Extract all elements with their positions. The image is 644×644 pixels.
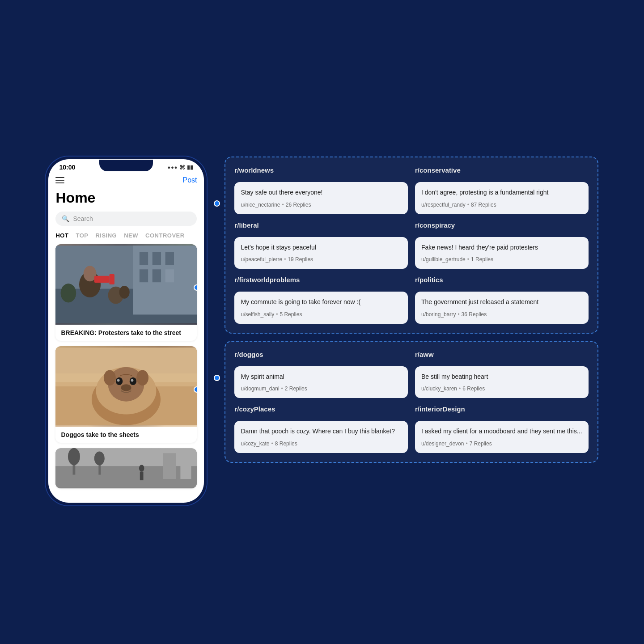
subreddit-cozyplaces: r/cozyPlaces Damn that pooch is cozy. Wh… [234,405,408,453]
comment-meta: u/gullible_gertrude • 1 Replies [421,256,582,263]
phone-notch [95,159,157,172]
subreddit-label: r/conservative [415,166,589,174]
username: u/cozy_kate [241,441,269,447]
comment-card: My spirit animal u/dogmum_dani • 2 Repli… [234,366,408,398]
comment-text: Damn that pooch is cozy. Where can I buy… [241,427,402,436]
svg-rect-3 [140,252,148,265]
tab-top[interactable]: TOP [76,232,88,239]
comment-meta: u/designer_devon • 7 Replies [421,441,582,447]
svg-point-27 [104,370,116,386]
comment-card: I asked my client for a moodboard and th… [415,421,589,453]
comment-meta: u/nice_nectarine • 26 Replies [241,202,402,208]
panel-grid-2: r/doggos My spirit animal u/dogmum_dani … [234,351,588,453]
comment-card: Fake news! I heard they're paid proteste… [415,237,589,269]
svg-point-26 [121,384,131,391]
svg-point-15 [119,286,130,299]
subreddit-liberal: r/liberal Let's hope it stays peaceful u… [234,221,408,269]
subreddit-worldnews: r/worldnews Stay safe out there everyone… [234,166,408,214]
post1-dot [194,284,197,291]
connector-dot-2 [214,375,220,381]
svg-point-25 [131,379,134,382]
post-card-protesters[interactable]: BREAKING: Protesters take to the street [55,244,197,341]
comment-card: The government just released a statement… [415,292,589,324]
svg-rect-6 [140,269,148,282]
comment-meta: u/selfish_sally • 5 Replies [241,311,402,318]
svg-point-35 [139,465,144,471]
reply-count: 26 Replies [286,202,311,208]
reply-count: 7 Replies [470,441,492,447]
username: u/boring_barry [421,311,456,318]
comment-text: Stay safe out there everyone! [241,188,402,197]
svg-rect-5 [165,252,174,265]
signal-icon: ●●● [168,165,178,170]
notch-cutout [99,160,153,171]
separator: • [271,441,273,447]
search-icon: 🔍 [62,215,69,222]
separator: • [458,311,459,318]
svg-point-34 [94,451,105,465]
reply-count: 6 Replies [462,386,485,392]
tab-rising[interactable]: RISING [95,232,117,239]
username: u/nice_nectarine [241,202,280,208]
search-input[interactable]: Search [73,215,93,222]
phone-screen: 10:00 ●●● ⌘ ▮▮ Po [48,159,204,503]
comment-text: My spirit animal [241,373,402,381]
connector-dot-1 [214,200,220,207]
svg-point-28 [137,370,149,386]
reply-count: 5 Replies [280,311,302,318]
tab-controversial[interactable]: CONTROVER [145,232,185,239]
reply-count: 36 Replies [462,311,487,318]
status-icons: ●●● ⌘ ▮▮ [168,164,194,171]
username: u/respectful_randy [421,202,466,208]
subreddit-label: r/cozyPlaces [234,405,408,413]
post-card-city[interactable] [55,448,197,488]
svg-rect-7 [153,269,161,282]
svg-rect-37 [163,453,176,479]
comment-meta: u/dogmum_dani • 2 Replies [241,386,402,392]
comment-card: Damn that pooch is cozy. Where can I buy… [234,421,408,453]
nav-bar: Post [55,173,197,190]
hamburger-menu[interactable] [55,177,64,183]
svg-rect-12 [110,274,115,284]
separator: • [466,441,467,447]
panel-grid-1: r/worldnews Stay safe out there everyone… [234,166,588,324]
search-bar[interactable]: 🔍 Search [55,212,197,226]
wifi-icon: ⌘ [179,164,185,171]
status-time: 10:00 [59,164,75,171]
post-image-city [55,448,197,488]
tab-hot[interactable]: HOT [55,232,68,239]
comment-meta: u/peaceful_pierre • 19 Replies [241,256,402,263]
hamburger-line [55,182,64,183]
comment-card: Let's hope it stays peaceful u/peaceful_… [234,237,408,269]
post-title-pug: Doggos take to the sheets [55,427,197,443]
comment-text: I don't agree, protesting is a fundament… [421,188,582,197]
phone-frame: 10:00 ●●● ⌘ ▮▮ Po [46,157,207,505]
reply-count: 8 Replies [275,441,297,447]
tab-new[interactable]: NEW [124,232,138,239]
reply-count: 87 Replies [471,202,496,208]
subreddit-label: r/politics [415,276,589,284]
comment-meta: u/clucky_karen • 6 Replies [421,386,582,392]
separator: • [281,386,283,392]
post-title-protesters: BREAKING: Protesters take to the street [55,325,197,341]
comment-text: My commute is going to take forever now … [241,298,402,307]
subreddit-label: r/interiorDesign [415,405,589,413]
subreddit-interiordesign: r/interiorDesign I asked my client for a… [415,405,589,453]
comment-text: The government just released a statement [421,298,582,307]
subreddit-conspiracy: r/conspiracy Fake news! I heard they're … [415,221,589,269]
separator: • [284,256,286,263]
post-button[interactable]: Post [182,176,197,184]
svg-point-13 [61,284,76,302]
comment-meta: u/respectful_randy • 87 Replies [421,202,582,208]
comment-text: I asked my client for a moodboard and th… [421,427,582,436]
comment-card: Be still my beating heart u/clucky_karen… [415,366,589,398]
username: u/peaceful_pierre [241,256,282,263]
subreddit-label: r/worldnews [234,166,408,174]
subreddit-doggos: r/doggos My spirit animal u/dogmum_dani … [234,351,408,398]
post-card-pug[interactable]: Doggos take to the sheets [55,346,197,443]
subreddit-label: r/liberal [234,221,408,229]
post-image-protesters [55,244,197,325]
subreddit-label: r/conspiracy [415,221,589,229]
reply-count: 1 Replies [471,256,493,263]
comment-card: Stay safe out there everyone! u/nice_nec… [234,182,408,214]
